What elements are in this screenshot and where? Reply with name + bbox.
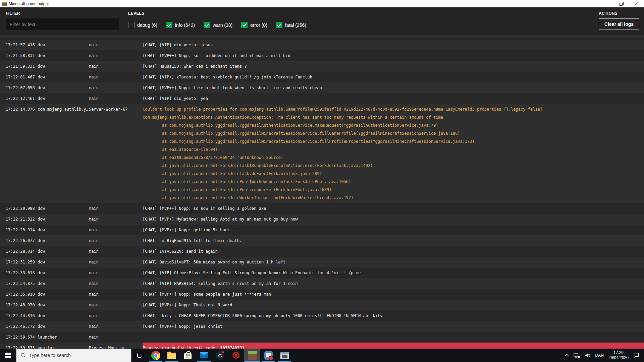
filter-section: FILTER <box>6 11 119 30</box>
clear-all-logs-button[interactable]: Clear all logs <box>599 18 639 30</box>
chrome-glyph <box>151 351 160 360</box>
log-source: monitor <box>38 343 89 349</box>
level-toggle-warn[interactable]: warn (38) <box>204 22 232 28</box>
log-time: 17:21:59.331 <box>0 61 38 72</box>
log-source: dcw <box>38 321 89 332</box>
log-thread: main <box>89 225 143 235</box>
log-time: 17:21:58.831 <box>0 50 38 61</box>
log-source: dcw <box>38 289 89 300</box>
minimize-icon <box>604 4 607 4</box>
checkbox-fatal-checked[interactable] <box>276 22 282 28</box>
system-tray: DAN 17.29 26/04/2020 <box>560 349 644 362</box>
log-thread: main <box>89 82 143 93</box>
search-icon <box>20 353 26 358</box>
log-source: launcher <box>38 332 89 343</box>
minecraft-icon[interactable] <box>244 349 260 362</box>
level-label-warn: warn (38) <box>213 22 232 28</box>
network-icon <box>574 353 580 358</box>
action-center-button[interactable] <box>633 353 639 358</box>
log-thread: main <box>89 289 143 300</box>
checkbox-info-checked[interactable] <box>166 22 172 28</box>
checkbox-debug-unchecked[interactable] <box>128 22 135 28</box>
taskbar-search[interactable]: Type here to search <box>16 349 131 362</box>
minimize-button[interactable] <box>598 0 613 7</box>
log-message: [CHAT] [VIP+] xTaranta: best skyblock gu… <box>143 72 644 82</box>
log-thread: main <box>89 246 143 257</box>
start-button[interactable] <box>0 349 16 362</box>
log-thread: main <box>89 321 143 332</box>
restore-button[interactable] <box>613 0 629 7</box>
log-thread: main <box>89 72 143 82</box>
log-source: dcw <box>38 225 89 235</box>
level-toggle-fatal[interactable]: fatal (256) <box>276 22 306 28</box>
log-thread: main <box>89 235 143 246</box>
screen-recorder-icon[interactable] <box>260 349 276 362</box>
log-time: 17:22:20.988 <box>0 203 38 214</box>
red-emblem-glyph <box>232 351 240 360</box>
minecraft-grass-icon <box>2 2 7 6</box>
log-time: 17:22:28.014 <box>0 246 38 257</box>
log-time: 17:22:59.575 <box>0 343 38 349</box>
log-time: 17:22:33.018 <box>0 267 38 278</box>
log-thread: main <box>89 300 143 310</box>
taskbar-apps <box>148 349 292 362</box>
log-toolbar: FILTER LEVELS debug (6)info (642)warn (3… <box>0 7 644 35</box>
log-time: 17:22:46.772 <box>0 321 38 332</box>
log-time: 17:22:31.259 <box>0 257 38 267</box>
log-message: [CHAT] [MVP++] Nopp: some people are jus… <box>143 289 644 300</box>
log-list[interactable]: 17:21:57.416dcwmain[CHAT] [VIP] dio_yeet… <box>0 35 644 349</box>
log-thread: main <box>89 40 143 50</box>
checkbox-error-checked[interactable] <box>241 22 248 28</box>
log-source: dcw <box>38 267 89 278</box>
log-source: com.mojang.authlib.y… <box>38 104 89 203</box>
log-message: [CHAT] Hausz150: wher can i enchant item… <box>143 61 644 72</box>
level-toggle-debug[interactable]: debug (6) <box>128 22 157 28</box>
red-emblem-icon[interactable] <box>228 349 244 362</box>
log-thread: Process Monitor <box>89 343 143 349</box>
log-source: dcw <box>38 257 89 267</box>
log-source: dcw <box>38 40 89 50</box>
microsoft-store-icon[interactable] <box>180 349 196 362</box>
task-view-button[interactable] <box>131 349 148 362</box>
log-time: 17:22:44.816 <box>0 310 38 321</box>
windows-logo-icon <box>5 353 11 358</box>
log-time: 17:22:43.970 <box>0 300 38 310</box>
log-thread: main <box>89 93 143 104</box>
window-controls <box>598 0 644 7</box>
log-message: [CHAT] [MVP++] Nopp: getting 5k back.. <box>143 225 644 235</box>
tray-expand-button[interactable] <box>565 354 569 357</box>
network-button[interactable] <box>574 353 580 358</box>
checkbox-warn-checked[interactable] <box>204 22 210 28</box>
mail-icon[interactable] <box>196 349 212 362</box>
ccleaner-icon[interactable] <box>212 349 228 362</box>
log-row: 17:22:44.816dcwmain[CHAT] _kity_: CHEAP … <box>0 310 644 321</box>
level-toggle-info[interactable]: info (642) <box>166 22 195 28</box>
file-explorer-icon[interactable] <box>164 349 180 362</box>
log-time: 17:22:35.910 <box>0 289 38 300</box>
log-message <box>143 332 644 343</box>
filter-input[interactable] <box>6 18 119 30</box>
clock-time: 17.29 <box>608 350 629 355</box>
chrome-icon[interactable] <box>148 349 164 362</box>
close-button[interactable] <box>629 0 644 7</box>
log-time: 17:21:57.416 <box>0 40 38 50</box>
log-row: 17:22:14.076com.mojang.authlib.y…Server-… <box>0 104 644 203</box>
log-row: 17:22:23.914dcwmain[CHAT] [MVP++] Nopp: … <box>0 225 644 235</box>
language-indicator[interactable]: DAN <box>595 353 604 358</box>
levels-row: debug (6)info (642)warn (38)error (0)fat… <box>128 19 306 31</box>
log-time: 17:22:12.461 <box>0 93 38 104</box>
level-toggle-error[interactable]: error (0) <box>241 22 267 28</box>
log-source: dcw <box>38 235 89 246</box>
log-message: [CHAT] _kity_: CHEAP SUPER COMPACTOR 300… <box>143 310 644 321</box>
levels-label: LEVELS <box>128 11 306 16</box>
log-source: dcw <box>38 310 89 321</box>
volume-button[interactable] <box>585 353 591 358</box>
taskbar-clock[interactable]: 17.29 26/04/2020 <box>608 350 629 360</box>
log-source: dcw <box>38 214 89 225</box>
system-monitor-icon[interactable] <box>276 349 292 362</box>
log-row-partial <box>0 35 644 38</box>
task-view-icon <box>136 353 143 358</box>
log-message: Couldn't look up profile properties for … <box>143 104 644 203</box>
taskbar: Type here to search <box>0 349 644 362</box>
actions-label: ACTIONS <box>599 11 639 16</box>
